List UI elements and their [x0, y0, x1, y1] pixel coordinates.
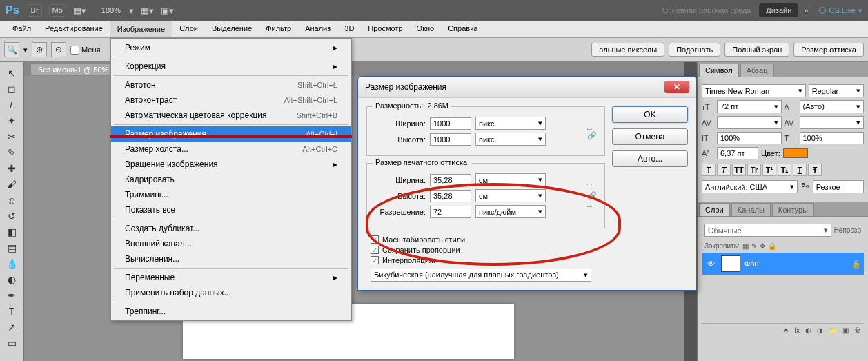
- blur-tool-icon[interactable]: 💧: [2, 256, 21, 271]
- tool-dropdown-icon[interactable]: ▾: [23, 46, 28, 55]
- menu-file[interactable]: Файл: [6, 21, 38, 37]
- menu-item[interactable]: АвтотонShift+Ctrl+L: [111, 77, 351, 92]
- layer-row[interactable]: 👁 Фон 🔒: [702, 253, 864, 275]
- current-tool-icon[interactable]: 🔍: [4, 42, 19, 57]
- eraser-tool-icon[interactable]: ◧: [2, 224, 21, 240]
- menu-edit[interactable]: Редактирование: [38, 21, 110, 37]
- lock-transparency-icon[interactable]: ▦: [742, 242, 749, 250]
- group-icon[interactable]: 📁: [829, 326, 837, 334]
- vscale-input[interactable]: 100%: [717, 132, 782, 144]
- language-select[interactable]: Английский: США▾: [702, 180, 798, 193]
- type-tool-icon[interactable]: T: [2, 304, 21, 319]
- menu-analysis[interactable]: Анализ: [298, 21, 337, 37]
- zoom-level[interactable]: 100%: [101, 6, 121, 14]
- cslive-button[interactable]: CS Live ▾: [819, 6, 862, 15]
- marquee-tool-icon[interactable]: ◻: [2, 81, 21, 97]
- menu-item[interactable]: Вращение изображения: [111, 157, 351, 172]
- print-height-input[interactable]: [430, 190, 471, 202]
- cancel-button[interactable]: Отмена: [612, 128, 688, 145]
- px-width-unit-select[interactable]: пикс.▾: [475, 117, 546, 130]
- hscale-input[interactable]: 100%: [800, 132, 865, 144]
- text-color-swatch[interactable]: [783, 148, 808, 158]
- healing-tool-icon[interactable]: ✚: [2, 161, 21, 176]
- eyedropper-tool-icon[interactable]: ✎: [2, 145, 21, 160]
- menu-filter[interactable]: Фильтр: [259, 21, 298, 37]
- ok-button[interactable]: OK: [612, 106, 688, 123]
- resize-windows-checkbox[interactable]: Меня: [70, 46, 100, 55]
- subscript-button[interactable]: T₁: [778, 164, 791, 176]
- document-tab[interactable]: Без имени-1 @ 50%: [31, 64, 115, 75]
- print-width-input[interactable]: [430, 174, 471, 186]
- workspace-button[interactable]: Дизайн: [759, 3, 798, 17]
- allcaps-button[interactable]: TT: [732, 164, 746, 176]
- zoom-out-icon[interactable]: ⊖: [51, 42, 66, 57]
- view-extras-icon[interactable]: ▦▾: [141, 6, 154, 16]
- font-style-select[interactable]: Regular▾: [809, 84, 864, 97]
- lock-position-icon[interactable]: ✥: [760, 242, 765, 250]
- full-screen-button[interactable]: Полный экран: [724, 43, 789, 57]
- menu-item[interactable]: Внешний канал...: [111, 236, 351, 251]
- superscript-button[interactable]: T¹: [762, 164, 776, 176]
- layer-thumbnail[interactable]: [721, 255, 740, 272]
- close-icon[interactable]: ✕: [664, 81, 689, 93]
- print-height-unit-select[interactable]: см▾: [475, 189, 546, 202]
- antialias-select[interactable]: Резкое: [813, 180, 864, 193]
- fx-icon[interactable]: fx: [794, 326, 800, 334]
- history-brush-icon[interactable]: ↺: [2, 208, 21, 224]
- menu-item[interactable]: Вычисления...: [111, 251, 351, 266]
- lasso-tool-icon[interactable]: 𝘓: [2, 97, 21, 113]
- delete-icon[interactable]: 🗑: [854, 326, 861, 334]
- resolution-unit-select[interactable]: пикс/дюйм▾: [475, 205, 546, 218]
- tab-layers[interactable]: Слои: [699, 203, 730, 216]
- menu-item[interactable]: Автоматическая цветовая коррекцияShift+C…: [111, 108, 351, 123]
- constrain-proportions-checkbox[interactable]: ✓Сохранить пропорции: [371, 246, 605, 254]
- bridge-button[interactable]: Br: [28, 4, 42, 17]
- gradient-tool-icon[interactable]: ▤: [2, 240, 21, 255]
- blend-mode-select[interactable]: Обычные▾: [704, 224, 831, 237]
- menu-help[interactable]: Справка: [441, 21, 484, 37]
- print-width-unit-select[interactable]: см▾: [475, 173, 546, 186]
- tab-channels[interactable]: Каналы: [731, 203, 771, 216]
- auto-button[interactable]: Авто...: [612, 150, 688, 167]
- link-layers-icon[interactable]: ⬘: [783, 326, 789, 334]
- italic-button[interactable]: T: [717, 164, 731, 176]
- mask-icon[interactable]: ◐: [805, 326, 811, 334]
- screen-mode-icon[interactable]: ▦▾: [73, 6, 86, 16]
- tab-character[interactable]: Символ: [699, 64, 739, 77]
- tab-paths[interactable]: Контуры: [772, 203, 814, 216]
- dialog-titlebar[interactable]: Размер изображения ✕: [358, 77, 696, 98]
- menu-item[interactable]: Режим: [111, 40, 351, 55]
- menu-window[interactable]: Окно: [410, 21, 442, 37]
- minibridge-button[interactable]: Mb: [49, 4, 66, 17]
- baseline-input[interactable]: 6,37 пт: [717, 147, 758, 159]
- zoom-in-icon[interactable]: ⊕: [32, 42, 47, 57]
- menu-item[interactable]: Размер изображения...Alt+Ctrl+I: [111, 126, 351, 142]
- dodge-tool-icon[interactable]: ◐: [2, 272, 21, 287]
- shape-tool-icon[interactable]: ▭: [2, 335, 21, 351]
- resolution-input[interactable]: [430, 206, 471, 218]
- strike-button[interactable]: Ŧ: [808, 164, 822, 176]
- menu-item[interactable]: Переменные: [111, 270, 351, 285]
- menu-item[interactable]: Тримминг...: [111, 187, 351, 202]
- leading-input[interactable]: (Авто)▾: [800, 100, 865, 113]
- actual-pixels-button[interactable]: альные пикселы: [591, 43, 664, 57]
- scale-styles-checkbox[interactable]: ✓Масштабировать стили: [371, 235, 605, 244]
- menu-view[interactable]: Просмотр: [361, 21, 409, 37]
- font-size-input[interactable]: 72 пт▾: [717, 100, 782, 113]
- menu-select[interactable]: Выделение: [205, 21, 259, 37]
- adjustment-icon[interactable]: ◑: [817, 326, 823, 334]
- px-height-input[interactable]: [430, 133, 471, 146]
- menu-item[interactable]: Создать дубликат...: [111, 221, 351, 236]
- px-width-input[interactable]: [430, 117, 471, 130]
- stamp-tool-icon[interactable]: ⎌: [2, 193, 21, 208]
- brush-tool-icon[interactable]: 🖌: [2, 177, 21, 192]
- kerning-input[interactable]: ▾: [800, 116, 865, 129]
- new-layer-icon[interactable]: ▣: [842, 326, 849, 334]
- pen-tool-icon[interactable]: ✒: [2, 288, 21, 303]
- lock-all-icon[interactable]: 🔒: [768, 242, 776, 250]
- menu-item[interactable]: Показать все: [111, 202, 351, 217]
- font-family-select[interactable]: Times New Roman▾: [702, 84, 806, 97]
- px-height-unit-select[interactable]: пикс.▾: [475, 133, 546, 146]
- arrange-icon[interactable]: ▾: [129, 6, 134, 16]
- path-tool-icon[interactable]: ↗: [2, 320, 21, 335]
